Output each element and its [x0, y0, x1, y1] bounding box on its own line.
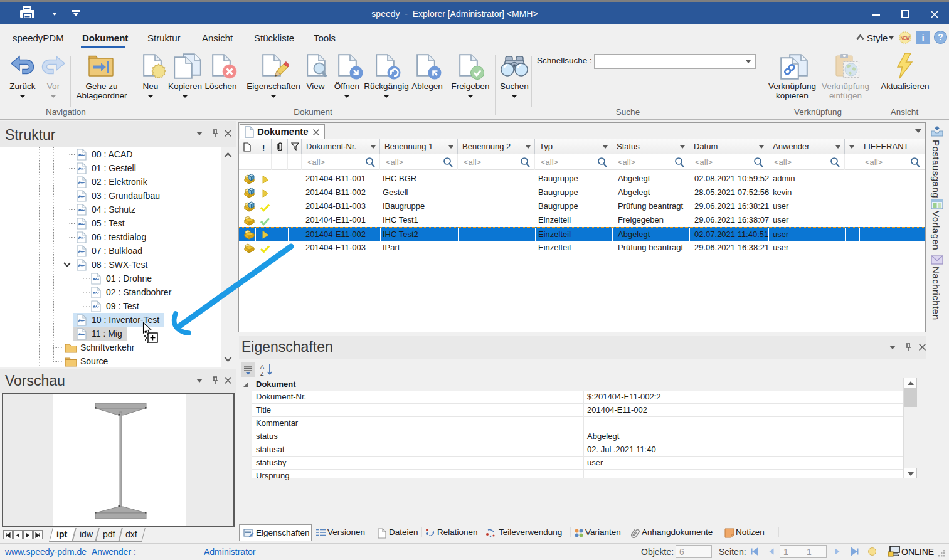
svg-text:A: A: [260, 364, 264, 370]
svg-text:Z: Z: [260, 371, 264, 377]
svg-text:NEW: NEW: [900, 36, 910, 40]
